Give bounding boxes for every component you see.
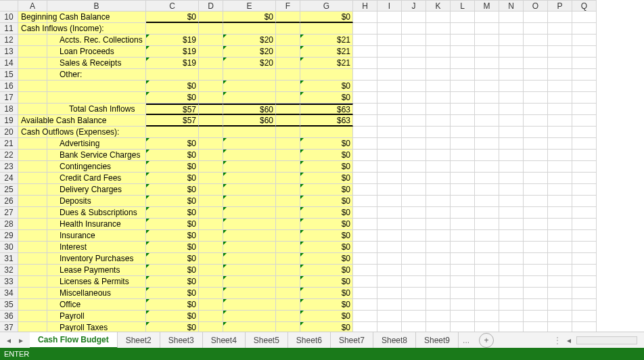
cell-I34[interactable]: [377, 288, 402, 299]
cell-M34[interactable]: [475, 288, 499, 299]
cell-C30[interactable]: $0: [146, 242, 199, 253]
cell-I16[interactable]: [377, 81, 402, 92]
cell-B12[interactable]: Accts. Rec. Collections: [47, 35, 146, 46]
cell-L31[interactable]: [451, 253, 475, 265]
cell-M19[interactable]: [475, 115, 499, 127]
cell-M22[interactable]: [475, 150, 499, 161]
cell-C16[interactable]: $0: [146, 81, 199, 92]
cell-B22[interactable]: Bank Service Charges: [47, 150, 146, 161]
tab-cash-flow-budget[interactable]: Cash Flow Budget: [30, 332, 118, 348]
cell-A26[interactable]: [18, 196, 47, 207]
cell-H14[interactable]: [353, 58, 377, 69]
cell-N31[interactable]: [499, 253, 524, 265]
cell-P21[interactable]: [548, 138, 572, 150]
cell-C11[interactable]: [146, 23, 199, 35]
cell-Q12[interactable]: [572, 35, 597, 46]
cell-Q11[interactable]: [572, 23, 597, 35]
row-header-25[interactable]: 25: [0, 184, 18, 196]
cell-P33[interactable]: [548, 276, 572, 288]
col-header-B[interactable]: B: [47, 0, 146, 12]
cell-M30[interactable]: [475, 242, 499, 253]
tab-overflow-indicator[interactable]: ...: [459, 336, 474, 345]
cell-C29[interactable]: $0: [146, 230, 199, 242]
cell-I35[interactable]: [377, 299, 402, 311]
cell-Q10[interactable]: [572, 12, 597, 23]
cell-O32[interactable]: [524, 265, 548, 276]
cell-K12[interactable]: [426, 35, 451, 46]
cell-O11[interactable]: [524, 23, 548, 35]
cell-L27[interactable]: [451, 207, 475, 219]
cell-L28[interactable]: [451, 219, 475, 230]
cell-C13[interactable]: $19: [146, 46, 199, 58]
cell-K16[interactable]: [426, 81, 451, 92]
cell-G27[interactable]: $0: [300, 207, 353, 219]
cell-H18[interactable]: [353, 104, 377, 115]
cell-E13[interactable]: $20: [223, 46, 276, 58]
cell-C37[interactable]: $0: [146, 322, 199, 332]
cell-L17[interactable]: [451, 92, 475, 104]
cell-A35[interactable]: [18, 299, 47, 311]
cell-Q33[interactable]: [572, 276, 597, 288]
cell-K27[interactable]: [426, 207, 451, 219]
cell-J36[interactable]: [402, 311, 426, 322]
cell-N19[interactable]: [499, 115, 524, 127]
cell-D37[interactable]: [199, 322, 223, 332]
cell-G25[interactable]: $0: [300, 184, 353, 196]
cell-L35[interactable]: [451, 299, 475, 311]
cell-O28[interactable]: [524, 219, 548, 230]
cell-D10[interactable]: [199, 12, 223, 23]
cell-P10[interactable]: [548, 12, 572, 23]
cell-I19[interactable]: [377, 115, 402, 127]
row-header-18[interactable]: 18: [0, 104, 18, 115]
tab-sheet9[interactable]: Sheet9: [416, 332, 459, 348]
cell-N21[interactable]: [499, 138, 524, 150]
row-header-26[interactable]: 26: [0, 196, 18, 207]
cell-O18[interactable]: [524, 104, 548, 115]
cell-I21[interactable]: [377, 138, 402, 150]
cell-O21[interactable]: [524, 138, 548, 150]
cell-M20[interactable]: [475, 127, 499, 138]
cell-H11[interactable]: [353, 23, 377, 35]
cell-E36[interactable]: [223, 311, 276, 322]
cell-H10[interactable]: [353, 12, 377, 23]
cell-A23[interactable]: [18, 161, 47, 173]
cell-E16[interactable]: [223, 81, 276, 92]
cell-N28[interactable]: [499, 219, 524, 230]
cell-N20[interactable]: [499, 127, 524, 138]
cell-F18[interactable]: [276, 104, 300, 115]
cell-N30[interactable]: [499, 242, 524, 253]
cell-O36[interactable]: [524, 311, 548, 322]
cell-C12[interactable]: $19: [146, 35, 199, 46]
tab-sheet4[interactable]: Sheet4: [203, 332, 246, 348]
cell-E32[interactable]: [223, 265, 276, 276]
cell-M18[interactable]: [475, 104, 499, 115]
col-header-K[interactable]: K: [426, 0, 451, 12]
cell-Q29[interactable]: [572, 230, 597, 242]
cell-Q18[interactable]: [572, 104, 597, 115]
cell-P14[interactable]: [548, 58, 572, 69]
cell-O37[interactable]: [524, 322, 548, 332]
cell-E12[interactable]: $20: [223, 35, 276, 46]
cell-N16[interactable]: [499, 81, 524, 92]
cell-E20[interactable]: [223, 127, 276, 138]
cell-K37[interactable]: [426, 322, 451, 332]
cell-L10[interactable]: [451, 12, 475, 23]
cell-G20[interactable]: [300, 127, 353, 138]
cell-A17[interactable]: [18, 92, 47, 104]
cell-N35[interactable]: [499, 299, 524, 311]
cell-Q14[interactable]: [572, 58, 597, 69]
cell-P31[interactable]: [548, 253, 572, 265]
cell-Q37[interactable]: [572, 322, 597, 332]
cell-N25[interactable]: [499, 184, 524, 196]
cell-A18[interactable]: [18, 104, 47, 115]
cell-H29[interactable]: [353, 230, 377, 242]
cell-M35[interactable]: [475, 299, 499, 311]
cell-E34[interactable]: [223, 288, 276, 299]
cell-N10[interactable]: [499, 12, 524, 23]
cell-D34[interactable]: [199, 288, 223, 299]
cell-F17[interactable]: [276, 92, 300, 104]
cell-K23[interactable]: [426, 161, 451, 173]
cell-E31[interactable]: [223, 253, 276, 265]
cell-B32[interactable]: Lease Payments: [47, 265, 146, 276]
cell-I12[interactable]: [377, 35, 402, 46]
